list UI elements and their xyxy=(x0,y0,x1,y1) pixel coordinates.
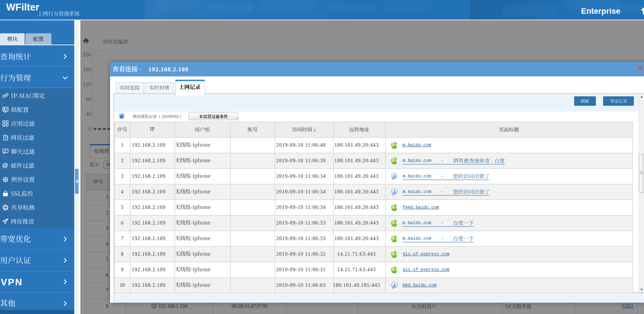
svg-text:i: i xyxy=(394,189,395,194)
svg-text:i: i xyxy=(394,173,395,179)
svg-text:i: i xyxy=(394,282,395,288)
